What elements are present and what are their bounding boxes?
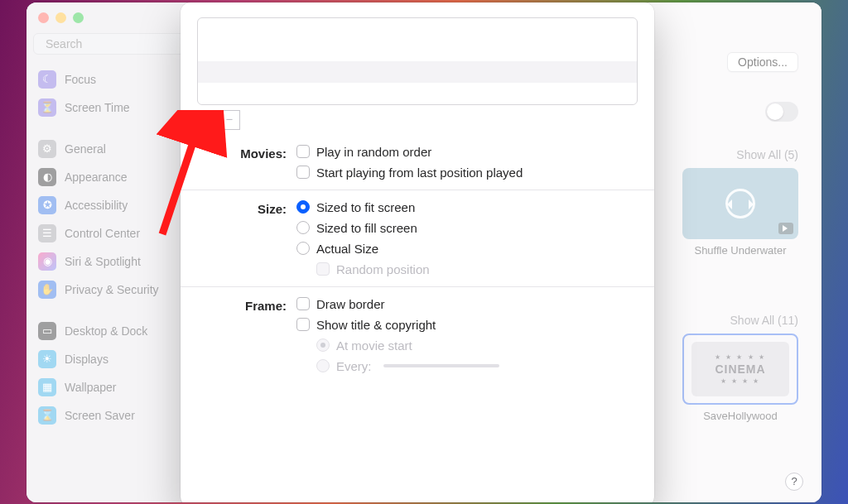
system-settings-window: ☾Focus ⏳Screen Time ⚙General ◐Appearance…	[26, 2, 822, 502]
help-button[interactable]: ?	[785, 473, 803, 491]
remove-button[interactable]: －	[219, 110, 240, 130]
start-last-checkbox[interactable]: Start playing from last position played	[296, 166, 523, 180]
draw-border-checkbox[interactable]: Draw border	[296, 297, 499, 311]
frame-label: Frame:	[197, 297, 296, 313]
size-fit-radio[interactable]: Sized to fit screen	[296, 200, 430, 214]
play-random-checkbox[interactable]: Play in random order	[296, 145, 523, 159]
size-actual-radio[interactable]: Actual Size	[296, 242, 430, 256]
size-fill-radio[interactable]: Sized to fill screen	[296, 221, 430, 235]
listbox-controls: ＋ －	[197, 110, 638, 130]
add-button[interactable]: ＋	[197, 110, 219, 130]
show-title-checkbox[interactable]: Show title & copyright	[296, 318, 499, 332]
movies-label: Movies:	[197, 145, 296, 161]
random-position-checkbox: Random position	[316, 262, 430, 276]
every-slider	[383, 364, 499, 367]
every-radio: Every:	[316, 359, 499, 373]
at-movie-start-radio: At movie start	[316, 338, 499, 353]
options-sheet: ＋ － Movies: Play in random order Start p…	[181, 2, 654, 502]
size-label: Size:	[197, 200, 296, 216]
movies-listbox[interactable]	[197, 17, 638, 105]
